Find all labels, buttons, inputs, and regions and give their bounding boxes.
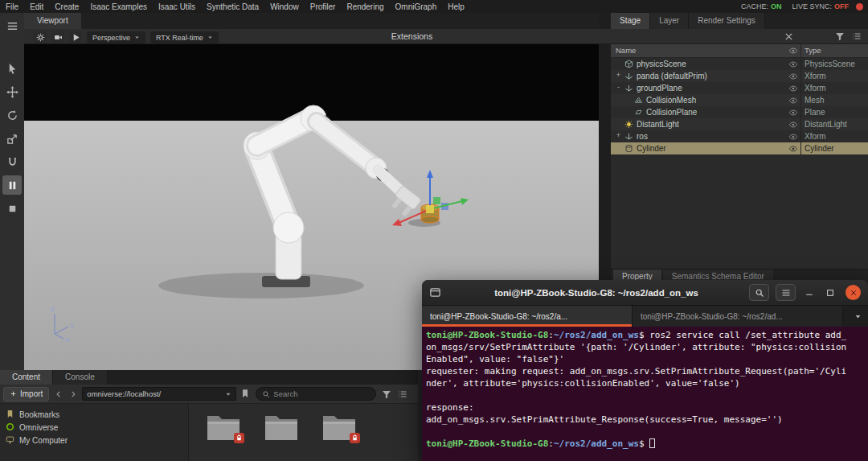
tab-render-settings[interactable]: Render Settings: [689, 13, 765, 29]
terminal-tab-2[interactable]: toni@HP-ZBook-Studio-G8: ~/ros2/ad...: [633, 306, 843, 327]
viewport-play-button[interactable]: [69, 31, 82, 43]
extensions-close-icon[interactable]: [784, 31, 794, 42]
chevron-down-icon[interactable]: [225, 391, 231, 397]
options-icon[interactable]: [852, 31, 862, 41]
lock-badge: [350, 433, 360, 443]
stage-row-cylinder[interactable]: CylinderCylinder: [611, 142, 868, 154]
terminal-output[interactable]: toni@HP-ZBook-Studio-G8:~/ros2/add_on_ws…: [422, 327, 868, 461]
user-status-icon[interactable]: [856, 3, 863, 10]
menu-synthetic-data[interactable]: Synthetic Data: [201, 2, 264, 11]
tab-content[interactable]: Content: [0, 370, 53, 385]
menu-rendering[interactable]: Rendering: [341, 2, 389, 11]
menu-profiler[interactable]: Profiler: [305, 2, 342, 11]
folder-3[interactable]: [321, 411, 358, 443]
select-tool[interactable]: [2, 59, 22, 78]
plus-icon: [10, 390, 17, 397]
renderer-menu[interactable]: RTX Real-time: [150, 31, 219, 43]
terminal-text-plain: add_on_msgs.srv.SetPrimAttribute_Respons…: [426, 414, 783, 425]
plane-icon: [633, 108, 644, 117]
menu-edit[interactable]: Edit: [24, 2, 49, 11]
visibility-eye-icon[interactable]: [788, 108, 800, 117]
visibility-eye-icon[interactable]: [788, 120, 800, 130]
prim-name: panda (defaultPrim): [637, 72, 707, 80]
terminal-line: [426, 389, 864, 401]
content-view-icon[interactable]: [396, 388, 408, 400]
prim-name: physicsScene: [637, 60, 686, 68]
tree-item-label: Bookmarks: [19, 410, 59, 419]
prim-type: Cylinder: [805, 144, 834, 153]
folder-1[interactable]: [205, 411, 242, 443]
terminal-search-button[interactable]: [749, 284, 769, 301]
bookmark-icon[interactable]: [240, 389, 252, 400]
stage-row-groundplane[interactable]: -groundPlaneXform: [611, 82, 868, 94]
close-button[interactable]: [845, 285, 861, 300]
visibility-eye-icon[interactable]: [788, 144, 800, 154]
viewport-settings-button[interactable]: [34, 31, 47, 43]
menu-omnigraph[interactable]: OmniGraph: [390, 2, 443, 11]
stage-row-collisionmesh[interactable]: CollisionMeshMesh: [611, 94, 868, 106]
stage-row-collisionplane[interactable]: CollisionPlanePlane: [611, 106, 868, 118]
rotate-tool[interactable]: [2, 105, 22, 125]
search-input[interactable]: Search: [256, 387, 376, 401]
terminal-menu-button[interactable]: [776, 284, 796, 301]
expander-icon[interactable]: +: [614, 132, 623, 141]
tree-item-bookmarks[interactable]: Bookmarks: [0, 408, 188, 421]
terminal-line: nder', attribute='physics:collisionEnabl…: [426, 377, 864, 389]
back-button[interactable]: [53, 389, 63, 400]
physics-scene-icon: [623, 60, 634, 69]
scale-tool[interactable]: [2, 129, 22, 148]
terminal-text-plain: response:: [426, 402, 474, 413]
camera-menu[interactable]: Perspective: [87, 31, 145, 43]
stage-row-distantlight[interactable]: DistantLightDistantLight: [611, 118, 868, 130]
prim-type: Mesh: [805, 96, 824, 105]
toolbar-menu-button[interactable]: [2, 16, 22, 35]
pause-button[interactable]: [2, 175, 22, 195]
tab-layer[interactable]: Layer: [650, 13, 689, 29]
lock-badge: [234, 433, 244, 443]
tab-stage[interactable]: Stage: [611, 13, 650, 29]
tree-item-my-computer[interactable]: My Computer: [0, 434, 188, 447]
menu-create[interactable]: Create: [49, 2, 84, 11]
menu-isaac-examples[interactable]: Isaac Examples: [84, 2, 153, 11]
tab-list-dropdown[interactable]: [847, 306, 868, 327]
xform-icon: [623, 84, 634, 93]
prim-name: CollisionPlane: [646, 108, 697, 117]
menu-isaac-utils[interactable]: Isaac Utils: [153, 2, 201, 11]
terminal-line: requester: making request: add_on_msgs.s…: [426, 365, 864, 377]
move-tool[interactable]: [2, 82, 22, 101]
terminal-line: add_on_msgs.srv.SetPrimAttribute_Respons…: [426, 414, 864, 426]
terminal-window[interactable]: toni@HP-ZBook-Studio-G8: ~/ros2/add_on_w…: [422, 280, 868, 461]
snap-tool[interactable]: [2, 152, 22, 171]
menu-help[interactable]: Help: [442, 2, 470, 11]
path-input[interactable]: omniverse://localhost/: [82, 387, 236, 401]
visibility-eye-icon[interactable]: [788, 72, 800, 81]
stage-row-physicsscene[interactable]: physicsScenePhysicsScene: [611, 58, 868, 70]
folder-2[interactable]: [263, 411, 300, 443]
tree-item-omniverse[interactable]: Omniverse: [0, 421, 188, 434]
content-filter-icon[interactable]: [380, 388, 392, 400]
visibility-column-eye-icon[interactable]: [788, 46, 799, 56]
minimize-button[interactable]: [802, 286, 817, 300]
visibility-eye-icon[interactable]: [788, 60, 800, 69]
menu-window[interactable]: Window: [264, 2, 305, 11]
visibility-eye-icon[interactable]: [788, 96, 800, 105]
expander-icon[interactable]: -: [614, 84, 623, 93]
visibility-eye-icon[interactable]: [788, 132, 800, 142]
content-tree: BookmarksOmniverseMy Computer: [0, 404, 189, 461]
stage-row-panda-defaultprim[interactable]: +panda (defaultPrim)Xform: [611, 70, 868, 82]
maximize-button[interactable]: [823, 286, 837, 300]
viewport-camera-button[interactable]: [51, 31, 64, 43]
tab-viewport[interactable]: Viewport: [24, 13, 81, 29]
stop-button[interactable]: [2, 199, 22, 218]
filter-icon[interactable]: [835, 31, 845, 41]
forward-button[interactable]: [68, 389, 78, 400]
visibility-eye-icon[interactable]: [788, 84, 800, 93]
import-button[interactable]: Import: [3, 387, 49, 401]
stage-row-ros[interactable]: +rosXform: [611, 130, 868, 142]
tab-console[interactable]: Console: [53, 370, 108, 385]
terminal-tab-1[interactable]: toni@HP-ZBook-Studio-G8: ~/ros2/a...: [422, 306, 633, 327]
cache-label: CACHE:: [741, 2, 768, 10]
menu-file[interactable]: File: [0, 2, 24, 11]
terminal-titlebar[interactable]: toni@HP-ZBook-Studio-G8: ~/ros2/add_on_w…: [422, 280, 868, 306]
expander-icon[interactable]: +: [614, 72, 623, 80]
